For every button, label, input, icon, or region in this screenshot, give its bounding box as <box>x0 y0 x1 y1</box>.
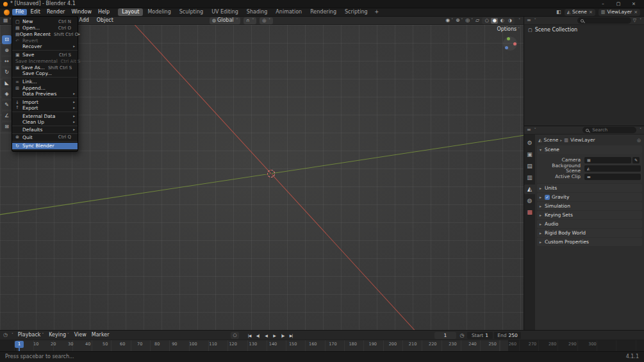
workspace-tab[interactable]: Rendering <box>306 8 340 16</box>
tool-transform[interactable]: ◈ <box>2 90 12 99</box>
panel-header-gravity[interactable]: ▸ ✓ Gravity <box>537 193 642 201</box>
file-menu-item-data-previews[interactable]: Data Previews ▸ <box>12 92 78 98</box>
scene-selector[interactable]: ◭ Scene × <box>565 9 595 16</box>
z-axis-handle[interactable] <box>505 46 508 49</box>
editor-type-icon[interactable]: ▦ <box>3 18 8 23</box>
timeline-editor-icon[interactable]: ◷ <box>3 333 8 338</box>
menubar-menu[interactable]: File <box>12 9 27 15</box>
file-menu-item-save-copy[interactable]: Save Copy... ▸ <box>12 71 78 78</box>
breadcrumb-viewlayer[interactable]: ViewLayer <box>570 138 595 143</box>
tool-move[interactable]: ↔ <box>2 57 12 66</box>
workspace-tab[interactable]: Shading <box>243 8 272 16</box>
file-menu-item-clean-up[interactable]: Clean Up ▸ <box>12 120 78 126</box>
panel-header-keying-sets[interactable]: ▸ ✓ Keying Sets <box>537 211 642 219</box>
tool-select-box[interactable]: ⊡ <box>2 35 12 44</box>
header-toggle-xray-toggle[interactable]: ▱ ˅ <box>475 18 479 23</box>
outliner-editor-icon[interactable]: ≡ <box>527 18 531 23</box>
workspace-tab[interactable]: UV Editing <box>208 8 242 16</box>
outliner-scene-collection[interactable]: ▢ Scene Collection <box>524 25 644 35</box>
properties-tab-texture[interactable]: ▩ <box>524 208 535 217</box>
tool-scale[interactable]: ◣ <box>2 79 12 88</box>
transport-play-reverse[interactable]: ◀ <box>262 332 270 339</box>
timeline-ruler[interactable]: 10 20 30 40 50 60 70 80 90 10 <box>0 340 644 351</box>
minimize-button[interactable]: – <box>600 2 606 6</box>
snapping-toggle[interactable]: ∩ ˅ <box>244 17 256 24</box>
menubar-menu[interactable]: Edit <box>27 9 44 15</box>
id-selector-field[interactable]: ▦ <box>584 157 631 163</box>
header-toggle-visibility-toggle[interactable]: ◉ ˅ <box>445 18 453 23</box>
properties-tab-world[interactable]: ◍ <box>524 196 535 206</box>
maximize-button[interactable]: ▢ <box>615 2 622 6</box>
shading-mode-rendered[interactable]: ◑ <box>506 18 513 24</box>
outliner-search[interactable] <box>577 17 631 24</box>
transport-jump-to-start[interactable]: |◀ <box>245 332 253 339</box>
filter-icon[interactable]: ▽ <box>633 19 636 23</box>
options-dropdown[interactable]: Options ˅ <box>497 27 520 32</box>
header-toggle-overlays-toggle[interactable]: ◎ ˅ <box>465 18 473 23</box>
file-menu-item-new[interactable]: ▢ New Ctrl N ▸ <box>12 19 78 25</box>
timeline-menu[interactable]: View ˅ <box>72 333 88 338</box>
add-workspace-button[interactable]: + <box>372 10 383 15</box>
add-menu[interactable]: Add <box>79 18 89 23</box>
frame-end-field[interactable]: End 250 <box>494 332 521 339</box>
stopwatch-icon[interactable]: ◷ <box>458 332 466 339</box>
file-menu-item-link[interactable]: ∞ Link... ▸ <box>12 79 78 85</box>
viewlayer-selector[interactable]: ▥ ViewLayer × <box>599 9 640 16</box>
panel-header-simulation[interactable]: ▸ ✓ Simulation <box>537 202 642 210</box>
viewport-canvas[interactable]: ⊡ ⊕ ↔ ↻ ◣ ◈ ✎ ∠ ⊞ Option <box>0 25 524 330</box>
file-menu-item-save[interactable]: ▣ Save Ctrl S ▸ <box>12 52 78 58</box>
frame-start-field[interactable]: Start 1 <box>467 332 493 339</box>
header-toggle-gizmos-toggle[interactable]: ⊕ ˅ <box>456 18 463 23</box>
properties-tab-render[interactable]: ▣ <box>524 150 535 160</box>
properties-tab-view-layer[interactable]: ▥ <box>524 173 535 183</box>
object-menu[interactable]: Object <box>97 18 113 23</box>
panel-header-custom-properties[interactable]: ▸ ✓ Custom Properties <box>537 238 642 246</box>
breadcrumb-scene[interactable]: Scene <box>543 138 558 143</box>
properties-search-input[interactable] <box>591 127 623 133</box>
file-menu-item-save-incremental[interactable]: Save Incremental Ctrl Alt S ▸ <box>12 58 78 65</box>
properties-search[interactable] <box>582 127 636 133</box>
transport-jump-to-end[interactable]: ▶| <box>287 332 295 339</box>
file-menu-item-open-recent[interactable]: ▤ Open Recent Shift Ctrl O ▸ <box>12 31 78 38</box>
properties-tab-tool[interactable]: ⚙ <box>524 138 535 148</box>
tool-rotate[interactable]: ↻ <box>2 68 12 77</box>
transport-play[interactable]: ▶ <box>270 332 278 339</box>
shading-mode-material-preview[interactable]: ◐ <box>499 18 506 24</box>
file-menu-item-quit[interactable]: ⊗ Quit Ctrl Q ▸ <box>12 135 78 142</box>
properties-tab-scene[interactable]: ◭ <box>524 185 535 194</box>
file-menu-item-recover[interactable]: Recover ▸ <box>12 44 78 51</box>
menubar-menu[interactable]: Help <box>95 9 113 15</box>
file-menu-item-open[interactable]: ▤ Open... Ctrl O ▸ <box>12 25 78 31</box>
file-menu-item-sync-blender[interactable]: ↻ Sync Blender ▸ <box>12 143 78 149</box>
file-menu-item-export[interactable]: ↑ Export ▸ <box>12 106 78 112</box>
workspace-tab[interactable]: Modeling <box>144 8 174 16</box>
panel-header-audio[interactable]: ▸ ✓ Audio <box>537 220 642 228</box>
workspace-tab[interactable]: Scripting <box>341 8 372 16</box>
navigation-gizmo[interactable] <box>503 37 517 51</box>
menubar-menu[interactable]: Render <box>44 9 68 15</box>
eyedropper-icon[interactable]: ✎ <box>632 157 640 163</box>
menubar-menu[interactable]: Window <box>68 9 95 15</box>
timeline-menu[interactable]: Playback ˅ <box>16 333 45 338</box>
workspace-tab[interactable]: Layout <box>118 8 143 16</box>
blender-logo-icon[interactable] <box>4 10 10 15</box>
panel-checkbox[interactable]: ✓ <box>545 195 550 200</box>
orientation-dropdown[interactable]: ◍ Global ˅ <box>210 17 240 24</box>
panel-header-units[interactable]: ▸ ✓ Units <box>537 184 642 192</box>
workspace-tab[interactable]: Animation <box>272 8 306 16</box>
tool-annotate[interactable]: ✎ <box>2 101 12 110</box>
id-selector-field[interactable]: ▬ <box>584 174 641 180</box>
panel-header-rigid-body-world[interactable]: ▸ ✓ Rigid Body World <box>537 229 642 237</box>
unlink-scene-icon[interactable]: × <box>589 10 593 15</box>
transport-next-keyframe[interactable]: |▶ <box>279 332 286 339</box>
unlink-viewlayer-icon[interactable]: × <box>634 10 638 15</box>
current-frame-field[interactable]: 1 <box>434 332 456 339</box>
file-menu-item-defaults[interactable]: Defaults ▸ <box>12 128 78 134</box>
timeline-menu[interactable]: Marker ˅ <box>90 333 111 338</box>
proportional-editing-toggle[interactable]: ◎ ˅ <box>260 17 273 24</box>
id-selector-field[interactable]: ◭ <box>584 165 641 172</box>
properties-editor-icon[interactable]: ≡ <box>527 128 531 133</box>
shading-mode-solid[interactable]: ● <box>491 18 498 24</box>
scene-panel-header[interactable]: ▾ Scene <box>537 145 642 154</box>
pin-icon[interactable]: ◎ <box>637 138 641 143</box>
